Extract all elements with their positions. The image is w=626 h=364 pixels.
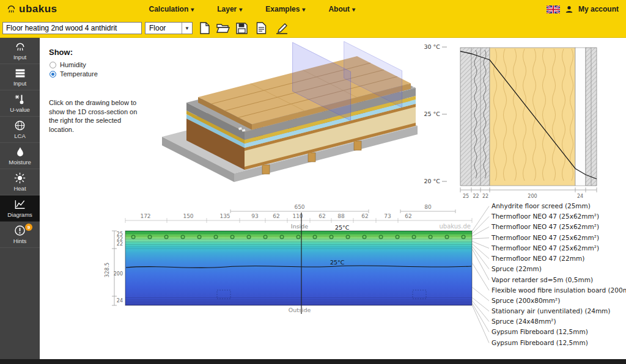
isometric-construction-view[interactable] bbox=[104, 39, 434, 204]
sidebar-item-heat[interactable]: Heat bbox=[0, 169, 40, 195]
new-file-button[interactable] bbox=[197, 21, 213, 35]
sidebar-item-lca[interactable]: LCA bbox=[0, 117, 40, 143]
sidebar-item-diagrams[interactable]: Diagrams bbox=[0, 195, 40, 222]
layer-label: Flexible wood fibre insulation board (20… bbox=[492, 286, 626, 294]
hints-alert-icon bbox=[14, 225, 26, 236]
shower-logo-icon bbox=[6, 4, 17, 15]
sidebar: Input Input U-value bbox=[0, 38, 40, 364]
globe-icon bbox=[14, 120, 26, 131]
component-select[interactable]: Floor bbox=[145, 22, 193, 34]
layer-label: Gypsum Fibreboard (12,5mm) bbox=[492, 328, 588, 335]
logo[interactable]: ubakus bbox=[6, 3, 57, 15]
isotherm-label-top: 25°C bbox=[335, 224, 350, 231]
nav-about[interactable]: About bbox=[328, 5, 355, 13]
radio-humidity-circle[interactable] bbox=[50, 62, 56, 68]
layer-label: Thermofloor NEO 47 (25x62mm²) bbox=[491, 213, 599, 220]
nav-layer[interactable]: Layer bbox=[217, 5, 242, 13]
radio-temperature[interactable]: Temperature bbox=[50, 70, 98, 78]
save-icon bbox=[236, 23, 248, 34]
temp-tick-25: 25 °C bbox=[424, 111, 441, 117]
layer-label: Spruce (22mm) bbox=[492, 265, 542, 272]
export-pdf-button[interactable] bbox=[253, 21, 269, 35]
dim-80: 80 bbox=[424, 204, 432, 210]
svg-text:93: 93 bbox=[251, 213, 258, 219]
nav-calculation[interactable]: Calculation bbox=[149, 5, 194, 13]
section-1d-view: 30 °C 25 °C 20 °C bbox=[422, 39, 624, 202]
radio-temperature-circle[interactable] bbox=[50, 71, 56, 78]
sidebar-item-u-value[interactable]: U-value bbox=[0, 90, 40, 117]
dim-25: 25 bbox=[463, 194, 469, 199]
sidebar-item-moisture[interactable]: Moisture bbox=[0, 143, 40, 169]
section-dim-lines bbox=[460, 187, 597, 192]
droplet-icon bbox=[15, 146, 26, 158]
diagrams-chart-icon bbox=[14, 199, 26, 210]
total-height-label: 328.5 bbox=[104, 263, 110, 277]
svg-text:172: 172 bbox=[140, 213, 150, 219]
temp-axis-ticks bbox=[442, 47, 447, 181]
show-label: Show: bbox=[49, 48, 73, 57]
svg-text:73: 73 bbox=[384, 213, 391, 219]
radio-humidity[interactable]: Humidity bbox=[50, 61, 86, 68]
outside-label: Outside bbox=[289, 307, 311, 313]
svg-text:88: 88 bbox=[337, 213, 345, 219]
logo-text: ubakus bbox=[19, 3, 57, 15]
sidebar-item-input-2[interactable]: Input bbox=[0, 64, 40, 90]
svg-text:62: 62 bbox=[319, 213, 325, 219]
svg-text:62: 62 bbox=[405, 213, 411, 219]
layer-label: Stationary air (unventilated) (24mm) bbox=[492, 307, 610, 315]
header: ubakus Calculation Layer Examples About … bbox=[0, 0, 626, 18]
component-select-value: Floor bbox=[149, 24, 166, 32]
svg-text:62: 62 bbox=[273, 213, 279, 219]
pdf-document-icon bbox=[256, 22, 267, 34]
layer-label: Spruce (24x48mm²) bbox=[492, 318, 556, 325]
svg-text:200: 200 bbox=[114, 271, 123, 277]
user-icon bbox=[565, 5, 573, 13]
sidebar-item-hints[interactable]: Hints 9 bbox=[0, 222, 40, 248]
shower-icon bbox=[14, 42, 26, 53]
layer-label: Thermofloor NEO 47 (25x62mm²) bbox=[491, 223, 599, 230]
save-button[interactable] bbox=[234, 21, 249, 35]
toolbar: Floor bbox=[0, 18, 626, 38]
open-button[interactable] bbox=[215, 21, 231, 35]
layer-label: Vapor retarder sd=5m (0,5mm) bbox=[492, 276, 593, 283]
svg-text:24: 24 bbox=[117, 298, 123, 304]
layer-label: Thermofloor NEO 47 (22mm) bbox=[491, 255, 584, 262]
app-window: ubakus Calculation Layer Examples About … bbox=[0, 0, 626, 364]
leader-lines bbox=[472, 206, 489, 343]
dim-row2-labels: 172 150 135 93 62 110 62 88 62 73 62 bbox=[140, 213, 411, 219]
open-folder-icon bbox=[216, 23, 230, 34]
temp-tick-30: 30 °C bbox=[424, 43, 441, 50]
dim-22a: 22 bbox=[473, 194, 479, 199]
main-content: Show: Humidity Temperature Click on the … bbox=[40, 38, 626, 359]
dim-22b: 22 bbox=[482, 194, 488, 199]
layer-label-list: Anhydrite floor screed (25mm) Thermofloo… bbox=[491, 202, 626, 346]
hints-badge: 9 bbox=[25, 224, 32, 231]
sidebar-item-input-1[interactable]: Input bbox=[0, 38, 40, 64]
svg-text:135: 135 bbox=[219, 213, 230, 219]
chevron-down-icon bbox=[182, 23, 192, 34]
air-gap-band bbox=[575, 48, 586, 186]
plan-heatmap-view[interactable]: 650 80 172 150 135 93 62 bbox=[43, 202, 483, 359]
temp-tick-20: 20 °C bbox=[424, 178, 441, 184]
layer-label: Thermofloor NEO 47 (25x62mm²) bbox=[491, 234, 599, 241]
watermark: ubakus.de bbox=[439, 223, 471, 230]
edit-pencil-icon bbox=[275, 22, 289, 34]
dim-650: 650 bbox=[294, 204, 304, 210]
svg-text:62: 62 bbox=[361, 213, 368, 219]
nav-examples[interactable]: Examples bbox=[265, 5, 305, 13]
uk-flag-icon[interactable] bbox=[547, 5, 560, 13]
header-right: My account bbox=[547, 5, 619, 13]
edit-button[interactable] bbox=[274, 21, 290, 35]
footer-bar bbox=[0, 359, 626, 364]
project-name-input[interactable] bbox=[2, 22, 142, 34]
account-label[interactable]: My account bbox=[578, 5, 619, 13]
dim-200: 200 bbox=[528, 194, 537, 199]
new-file-icon bbox=[199, 22, 210, 34]
svg-text:150: 150 bbox=[183, 213, 193, 219]
dim-24: 24 bbox=[577, 194, 583, 199]
main-nav: Calculation Layer Examples About bbox=[149, 5, 356, 13]
isotherm-label-mid: 25°C bbox=[330, 259, 345, 266]
sun-icon bbox=[14, 172, 26, 184]
left-dim-labels: 25 22 22 200 24 bbox=[114, 231, 123, 304]
layer-label: Gypsum Fibreboard (12,5mm) bbox=[492, 339, 588, 346]
